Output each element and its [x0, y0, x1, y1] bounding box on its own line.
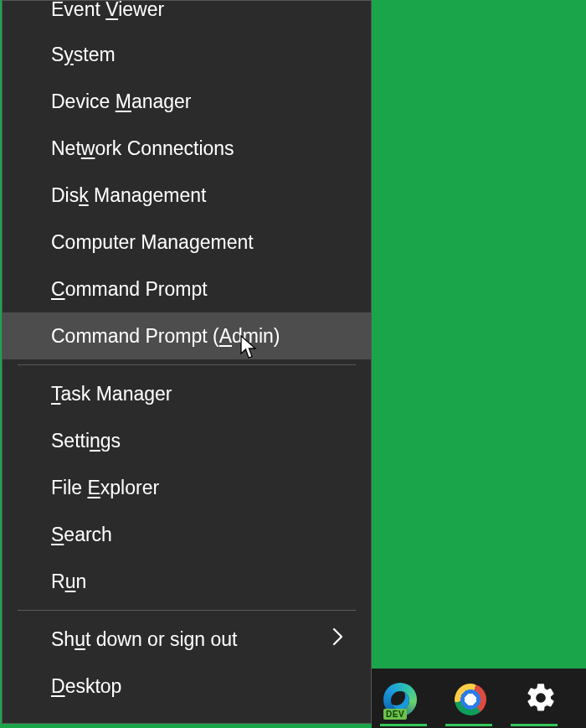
menu-item-label: System: [51, 44, 116, 66]
dev-badge: DEV: [383, 709, 407, 720]
taskbar-app-settings[interactable]: [522, 681, 559, 718]
menu-item-label: Shut down or sign out: [51, 628, 238, 651]
running-indicator: [445, 724, 492, 726]
menu-item-command-prompt-admin[interactable]: Command Prompt (Admin): [3, 312, 371, 359]
menu-item-system[interactable]: System: [3, 31, 371, 78]
menu-item-label: Disk Management: [51, 184, 206, 207]
menu-item-label: Command Prompt (Admin): [51, 325, 280, 348]
chevron-right-icon: [332, 627, 347, 651]
menu-item-device-manager[interactable]: Device Manager: [3, 78, 371, 125]
menu-list: Event Viewer System Device Manager Netwo…: [3, 1, 371, 710]
menu-item-label: Device Manager: [51, 90, 192, 113]
menu-item-desktop[interactable]: Desktop: [3, 663, 371, 710]
menu-item-command-prompt[interactable]: Command Prompt: [3, 266, 371, 312]
menu-item-label: Event Viewer: [51, 1, 164, 18]
menu-separator: [18, 364, 356, 365]
menu-item-label: Search: [51, 524, 112, 546]
menu-item-label: Computer Management: [51, 231, 254, 254]
menu-item-shutdown-signout[interactable]: Shut down or sign out: [3, 616, 371, 663]
menu-item-label: Network Connections: [51, 137, 234, 160]
menu-item-event-viewer[interactable]: Event Viewer: [3, 1, 371, 31]
menu-item-settings[interactable]: Settings: [3, 417, 371, 464]
running-indicator: [380, 724, 427, 726]
running-indicator: [511, 724, 558, 726]
menu-item-file-explorer[interactable]: File Explorer: [3, 464, 371, 511]
menu-item-search[interactable]: Search: [3, 511, 371, 558]
menu-item-computer-management[interactable]: Computer Management: [3, 219, 371, 266]
taskbar-app-chrome[interactable]: [452, 681, 489, 718]
chrome-icon: [450, 679, 491, 720]
menu-item-task-manager[interactable]: Task Manager: [3, 370, 371, 417]
menu-item-disk-management[interactable]: Disk Management: [3, 172, 371, 219]
menu-item-label: Desktop: [51, 675, 121, 698]
menu-item-label: Command Prompt: [51, 278, 208, 301]
edge-dev-icon: DEV: [383, 683, 417, 716]
menu-item-label: Settings: [51, 430, 121, 452]
taskbar-app-edge-dev[interactable]: DEV: [382, 681, 419, 718]
gear-icon: [524, 681, 558, 718]
menu-item-network-connections[interactable]: Network Connections: [3, 125, 371, 172]
menu-item-label: Run: [51, 571, 86, 593]
menu-item-label: Task Manager: [51, 383, 172, 405]
winx-power-menu: Event Viewer System Device Manager Netwo…: [2, 0, 372, 724]
taskbar: DEV: [372, 669, 586, 728]
menu-separator: [18, 610, 356, 611]
menu-item-label: File Explorer: [51, 477, 159, 499]
taskbar-running-indicators: [372, 724, 586, 726]
menu-item-run[interactable]: Run: [3, 558, 371, 605]
